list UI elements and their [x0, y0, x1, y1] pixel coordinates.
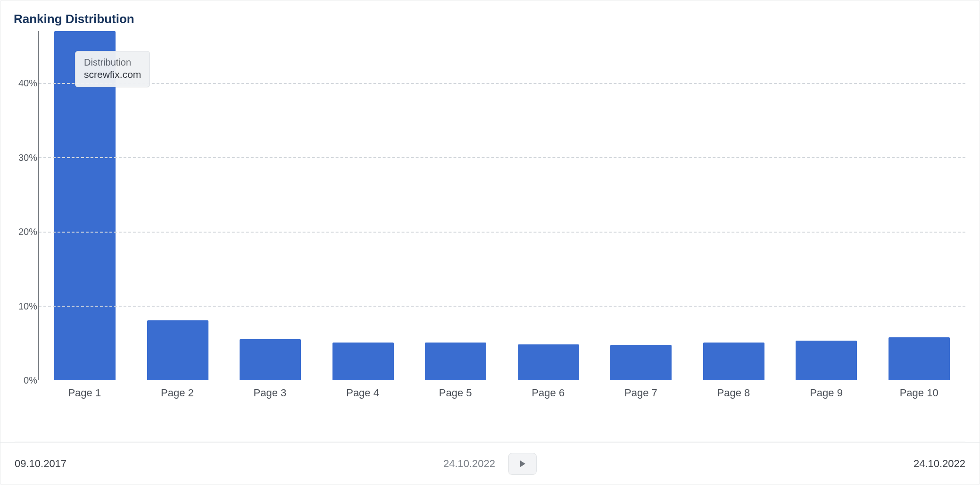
tooltip-label: Distribution — [84, 57, 141, 68]
chart-gridline — [39, 232, 965, 233]
chart-x-tick: Page 6 — [502, 380, 595, 404]
timeline-footer: 09.10.2017 24.10.2022 24.10.2022 — [0, 442, 980, 485]
chart-y-tick: 40% — [15, 78, 37, 89]
tooltip-value: screwfix.com — [84, 69, 141, 80]
chart-bar[interactable] — [796, 341, 857, 380]
card-title: Ranking Distribution — [0, 0, 980, 31]
chart-x-tick: Page 3 — [224, 380, 316, 404]
timeline-center: 24.10.2022 — [443, 453, 537, 475]
ranking-distribution-card: Ranking Distribution Page 1Page 2Page 3P… — [0, 0, 980, 485]
chart-gridline — [39, 306, 965, 307]
chart-x-tick: Page 7 — [595, 380, 688, 404]
timeline-end-date: 24.10.2022 — [914, 458, 965, 470]
chart-bar[interactable] — [240, 339, 301, 380]
chart-bar[interactable] — [518, 344, 579, 380]
chart-x-labels: Page 1Page 2Page 3Page 4Page 5Page 6Page… — [38, 380, 965, 404]
chart-x-tick: Page 8 — [687, 380, 780, 404]
chart-bar[interactable] — [425, 343, 486, 380]
chart-x-tick: Page 9 — [780, 380, 873, 404]
chart-y-tick: 20% — [15, 226, 37, 237]
chart-x-tick: Page 5 — [409, 380, 502, 404]
play-icon — [518, 460, 527, 468]
chart-bar[interactable] — [147, 320, 208, 380]
chart-plot — [38, 31, 965, 380]
chart-bar[interactable] — [332, 343, 394, 380]
chart-gridline — [39, 157, 965, 158]
chart-bar[interactable] — [610, 345, 672, 380]
chart-x-tick: Page 1 — [38, 380, 131, 404]
chart-area: Page 1Page 2Page 3Page 4Page 5Page 6Page… — [15, 31, 965, 404]
chart-x-tick: Page 2 — [131, 380, 224, 404]
chart-bar[interactable] — [703, 343, 764, 380]
chart-tooltip: Distribution screwfix.com — [75, 51, 150, 87]
chart-x-tick: Page 4 — [316, 380, 409, 404]
chart-gridline — [39, 83, 965, 84]
timeline-start-date: 09.10.2017 — [15, 458, 66, 470]
chart-x-tick: Page 10 — [872, 380, 965, 404]
chart-y-tick: 30% — [15, 152, 37, 163]
chart-y-tick: 0% — [15, 375, 37, 386]
play-button[interactable] — [508, 453, 537, 475]
chart-bar[interactable] — [889, 337, 950, 380]
timeline-current-date: 24.10.2022 — [443, 458, 495, 470]
chart-y-tick: 10% — [15, 301, 37, 311]
